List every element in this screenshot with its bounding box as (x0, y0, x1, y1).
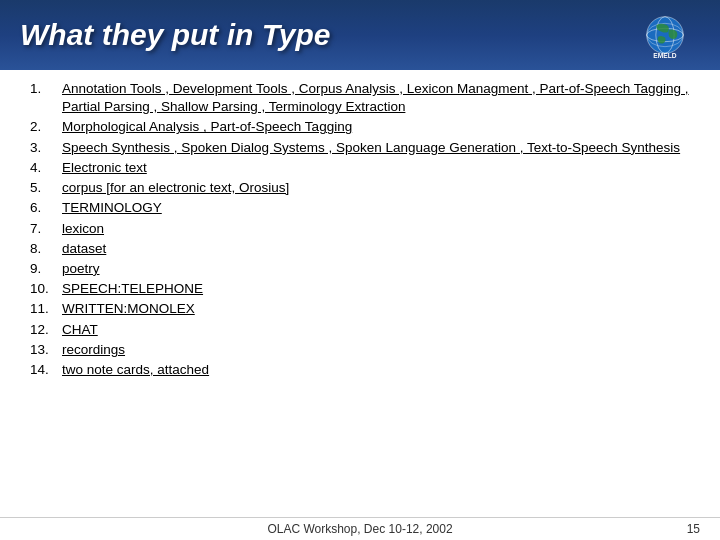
list-item-number: 5. (30, 179, 62, 197)
list-item: 9.poetry (30, 260, 690, 278)
globe-icon: EMELD (640, 10, 690, 60)
list-item-text: Electronic text (62, 159, 147, 177)
list-item: 1.Annotation Tools , Development Tools ,… (30, 80, 690, 116)
list-item: 5.corpus [for an electronic text, Orosiu… (30, 179, 690, 197)
list-item: 4.Electronic text (30, 159, 690, 177)
list-item: 13.recordings (30, 341, 690, 359)
slide-title: What they put in Type (20, 18, 331, 52)
slide-footer: OLAC Workshop, Dec 10-12, 2002 15 (0, 517, 720, 540)
list-item-number: 14. (30, 361, 62, 379)
list-item: 12.CHAT (30, 321, 690, 339)
list-item-number: 8. (30, 240, 62, 258)
svg-text:EMELD: EMELD (653, 52, 676, 59)
list-item-text: corpus [for an electronic text, Orosius] (62, 179, 289, 197)
list-item: 10.SPEECH:TELEPHONE (30, 280, 690, 298)
list-item-number: 4. (30, 159, 62, 177)
list-item: 6.TERMINOLOGY (30, 199, 690, 217)
footer-text: OLAC Workshop, Dec 10-12, 2002 (267, 522, 452, 536)
list-item-number: 1. (30, 80, 62, 116)
list-item-number: 9. (30, 260, 62, 278)
emeld-logo: EMELD (630, 10, 700, 60)
list-item-text: recordings (62, 341, 125, 359)
list-item-number: 7. (30, 220, 62, 238)
slide-header: What they put in Type EMELD (0, 0, 720, 70)
list-item-number: 12. (30, 321, 62, 339)
list-item-text: WRITTEN:MONOLEX (62, 300, 195, 318)
list-item-text: two note cards, attached (62, 361, 209, 379)
svg-point-0 (647, 17, 684, 54)
list-item-number: 11. (30, 300, 62, 318)
list-item-text: TERMINOLOGY (62, 199, 162, 217)
list-item-text: Morphological Analysis , Part-of-Speech … (62, 118, 352, 136)
list-item: 7.lexicon (30, 220, 690, 238)
list-item: 14.two note cards, attached (30, 361, 690, 379)
footer-page: 15 (687, 522, 700, 536)
list-item-text: Speech Synthesis , Spoken Dialog Systems… (62, 139, 680, 157)
list-item-text: dataset (62, 240, 106, 258)
list-item: 11.WRITTEN:MONOLEX (30, 300, 690, 318)
list-item-text: SPEECH:TELEPHONE (62, 280, 203, 298)
list-item-number: 6. (30, 199, 62, 217)
list-item-text: Annotation Tools , Development Tools , C… (62, 80, 690, 116)
list-item-text: CHAT (62, 321, 98, 339)
list-item: 8.dataset (30, 240, 690, 258)
list-item-number: 13. (30, 341, 62, 359)
list-item-text: poetry (62, 260, 100, 278)
slide-content: 1.Annotation Tools , Development Tools ,… (0, 70, 720, 517)
list-item: 3.Speech Synthesis , Spoken Dialog Syste… (30, 139, 690, 157)
list-item-number: 3. (30, 139, 62, 157)
list-item-text: lexicon (62, 220, 104, 238)
list-item: 2.Morphological Analysis , Part-of-Speec… (30, 118, 690, 136)
list-item-number: 10. (30, 280, 62, 298)
content-list: 1.Annotation Tools , Development Tools ,… (30, 80, 690, 379)
list-item-number: 2. (30, 118, 62, 136)
slide: What they put in Type EMELD 1.Annotation… (0, 0, 720, 540)
